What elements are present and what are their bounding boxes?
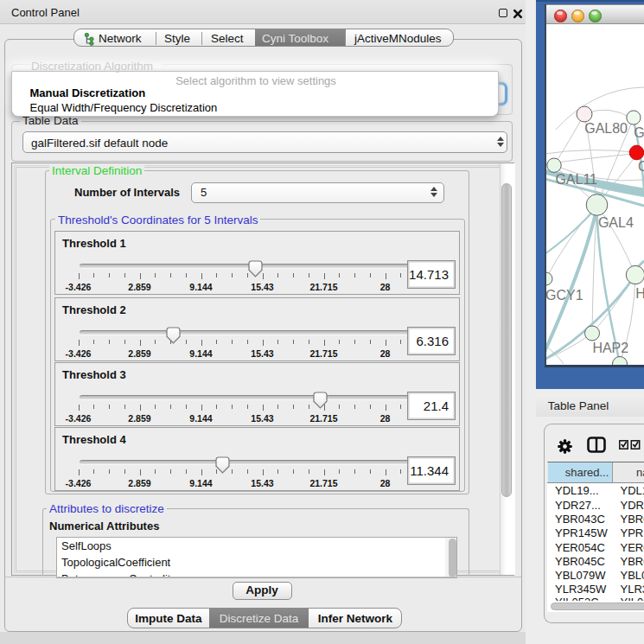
svg-text:C: C [638, 159, 644, 174]
svg-text:GA: GA [634, 124, 644, 139]
svg-text:GAL4: GAL4 [598, 215, 634, 230]
svg-text:H: H [635, 286, 644, 301]
svg-text:GCY1: GCY1 [546, 287, 583, 302]
svg-text:GAL80: GAL80 [584, 120, 628, 135]
svg-text:HAP2: HAP2 [592, 340, 628, 354]
svg-text:GAL11: GAL11 [555, 172, 597, 187]
